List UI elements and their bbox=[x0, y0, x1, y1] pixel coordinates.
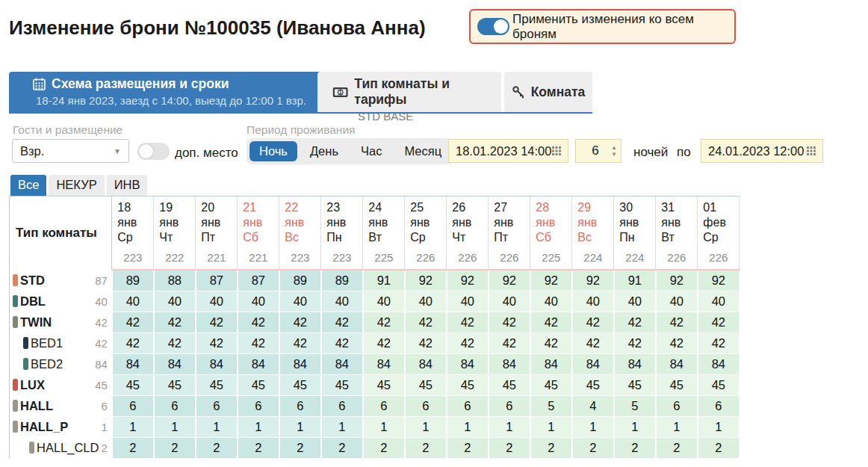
capacity-cell: 226 bbox=[489, 245, 530, 270]
tab-key-label: Комната bbox=[531, 84, 586, 100]
nights-stepper[interactable]: 6 ▲▼ bbox=[575, 139, 621, 163]
room-label-cell: DBL40 bbox=[10, 291, 112, 312]
key-icon bbox=[512, 85, 525, 99]
availability-cell: 1 bbox=[279, 416, 321, 437]
availability-cell: 45 bbox=[489, 374, 530, 395]
availability-cell: 40 bbox=[489, 291, 530, 312]
availability-cell: 42 bbox=[656, 312, 698, 333]
availability-cell: 40 bbox=[112, 291, 154, 312]
availability-cell: 92 bbox=[405, 270, 447, 291]
room-label-cell: BED284 bbox=[10, 353, 112, 374]
room-color-chip bbox=[13, 421, 18, 433]
tab-room-type-rates[interactable]: 1 Тип комнаты и тарифы STD BASE bbox=[317, 72, 501, 112]
availability-cell: 45 bbox=[238, 374, 279, 395]
tab-room[interactable]: Комната bbox=[504, 72, 592, 112]
availability-cell: 2 bbox=[489, 437, 530, 458]
availability-cell: 42 bbox=[279, 333, 321, 353]
availability-cell: 2 bbox=[405, 437, 447, 458]
room-count: 6 bbox=[99, 400, 107, 412]
apply-all-label: Применить изменения ко всем броням bbox=[512, 12, 728, 42]
date-column-header: 21 янвСб bbox=[238, 197, 279, 245]
availability-cell: 6 bbox=[154, 395, 196, 416]
availability-cell: 84 bbox=[279, 353, 321, 374]
availability-cell: 84 bbox=[405, 353, 447, 374]
calendar-grid-icon bbox=[552, 146, 561, 155]
room-count: 87 bbox=[93, 274, 108, 287]
date-column-header: 22 янвВс bbox=[279, 197, 321, 245]
date-column-header: 23 янвПн bbox=[321, 197, 363, 245]
stepper-up-icon[interactable]: ▲ bbox=[611, 145, 617, 150]
room-type-header: Тип комнаты bbox=[10, 197, 112, 270]
date-column-header: 19 янвЧт bbox=[154, 197, 196, 245]
unit-day-button[interactable]: День bbox=[300, 141, 348, 161]
guests-select-value: Взр. bbox=[20, 144, 44, 158]
availability-cell: 2 bbox=[572, 437, 614, 458]
room-label: HALL_CLD bbox=[37, 441, 99, 455]
availability-cell: 84 bbox=[321, 353, 363, 374]
availability-cell: 92 bbox=[530, 270, 572, 291]
tab-underline bbox=[9, 112, 592, 114]
checkout-date-field[interactable]: 24.01.2023 12:00 bbox=[701, 139, 823, 163]
unit-night-button[interactable]: Ночь bbox=[249, 141, 297, 161]
guests-select[interactable]: Взр. ▼ bbox=[12, 139, 129, 163]
availability-cell: 92 bbox=[572, 270, 614, 291]
page-title: Изменение брони №100035 (Иванова Анна) bbox=[9, 16, 426, 40]
availability-cell: 40 bbox=[238, 291, 279, 312]
tab-placement-schema[interactable]: Схема размещения и сроки 18-24 янв 2023,… bbox=[9, 72, 323, 112]
date-column-header: 20 янвПт bbox=[196, 197, 238, 245]
availability-cell: 45 bbox=[363, 374, 405, 395]
availability-cell: 92 bbox=[656, 270, 698, 291]
availability-cell: 1 bbox=[572, 416, 614, 437]
availability-cell: 1 bbox=[112, 416, 154, 437]
checkin-date-field[interactable]: 18.01.2023 14:00 bbox=[448, 139, 568, 163]
room-row: HALL_P1111111111111111 bbox=[10, 416, 740, 437]
availability-cell: 88 bbox=[154, 270, 196, 291]
availability-cell: 2 bbox=[447, 437, 489, 458]
availability-cell: 45 bbox=[405, 374, 447, 395]
availability-cell: 42 bbox=[154, 333, 196, 353]
room-row: HALL6666666666654566 bbox=[10, 395, 740, 416]
availability-cell: 84 bbox=[614, 353, 656, 374]
filter-tab-nonsmoking[interactable]: НЕКУР bbox=[49, 175, 104, 196]
room-color-chip bbox=[23, 358, 28, 370]
apply-all-toggle[interactable] bbox=[477, 18, 509, 35]
availability-cell: 2 bbox=[363, 437, 405, 458]
availability-cell: 2 bbox=[530, 437, 572, 458]
room-label: HALL bbox=[20, 399, 53, 413]
availability-cell: 5 bbox=[530, 395, 572, 416]
date-column-header: 26 янвЧт bbox=[447, 197, 489, 245]
nights-word: ночей bbox=[633, 145, 668, 160]
availability-cell: 2 bbox=[614, 437, 656, 458]
availability-cell: 84 bbox=[447, 353, 489, 374]
availability-cell: 40 bbox=[447, 291, 489, 312]
svg-text:1: 1 bbox=[339, 89, 342, 94]
room-row: STD87898887878989919292929292919292 bbox=[10, 270, 740, 291]
capacity-cell: 224 bbox=[572, 245, 614, 270]
availability-cell: 42 bbox=[112, 312, 154, 333]
stepper-down-icon[interactable]: ▼ bbox=[611, 152, 617, 157]
capacity-cell: 222 bbox=[154, 245, 196, 270]
availability-cell: 42 bbox=[405, 312, 447, 333]
room-label-cell: STD87 bbox=[10, 270, 112, 291]
tab-room-label: Тип комнаты и тарифы bbox=[354, 76, 501, 108]
availability-cell: 84 bbox=[196, 353, 238, 374]
availability-cell: 1 bbox=[154, 416, 196, 437]
availability-cell: 45 bbox=[447, 374, 489, 395]
availability-cell: 87 bbox=[196, 270, 238, 291]
room-label-cell: HALL_P1 bbox=[10, 416, 112, 437]
availability-cell: 40 bbox=[154, 291, 196, 312]
availability-cell: 1 bbox=[614, 416, 656, 437]
guests-section-label: Гости и размещение bbox=[13, 123, 123, 137]
filter-tab-inv[interactable]: ИНВ bbox=[107, 175, 148, 196]
unit-month-button[interactable]: Месяц bbox=[394, 141, 451, 161]
availability-cell: 42 bbox=[447, 312, 489, 333]
capacity-cell: 225 bbox=[530, 245, 572, 270]
date-column-header: 28 янвСб bbox=[530, 197, 572, 245]
availability-cell: 84 bbox=[656, 353, 698, 374]
unit-hour-button[interactable]: Час bbox=[351, 141, 391, 161]
availability-cell: 42 bbox=[238, 312, 279, 333]
availability-cell: 42 bbox=[112, 333, 154, 353]
calendar-icon bbox=[33, 78, 46, 90]
extra-bed-toggle[interactable] bbox=[137, 143, 170, 160]
filter-tab-all[interactable]: Все bbox=[10, 175, 46, 196]
